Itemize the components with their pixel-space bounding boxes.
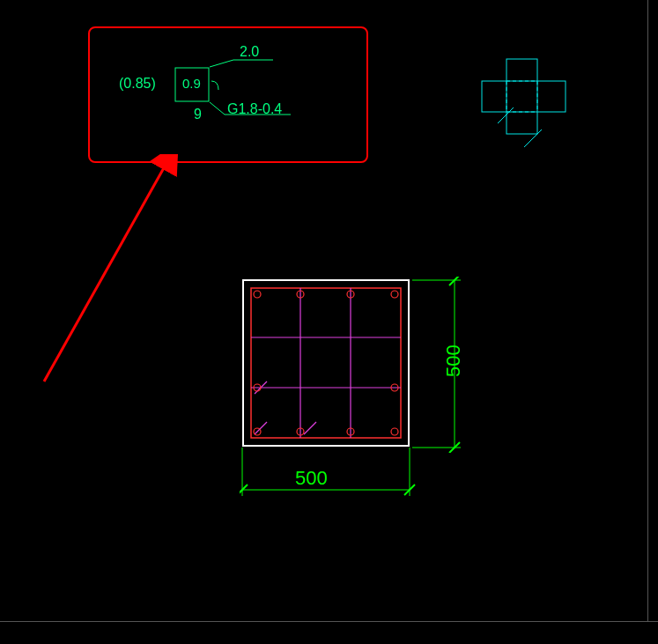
svg-point-24 (254, 291, 261, 298)
svg-rect-15 (243, 280, 409, 446)
svg-line-23 (304, 422, 316, 434)
arrow-annotation (35, 154, 194, 392)
svg-rect-8 (482, 81, 566, 112)
svg-rect-16 (251, 288, 401, 438)
dim-horizontal-text: 500 (295, 467, 328, 490)
dim-vertical-text: 500 (442, 344, 465, 377)
svg-point-33 (391, 428, 398, 435)
viewport-border-bottom (0, 621, 658, 622)
callout-leaders (88, 26, 368, 163)
viewport-border (647, 0, 648, 621)
svg-line-1 (210, 60, 233, 67)
column-section (242, 279, 411, 448)
svg-line-13 (498, 107, 514, 123)
svg-line-14 (524, 130, 542, 147)
svg-rect-7 (506, 59, 537, 134)
corner-symbol (471, 55, 577, 152)
svg-line-3 (210, 102, 225, 115)
cad-canvas[interactable]: (0.85) 0.9 2.0 9 G1.8-0.4 (0, 0, 658, 644)
svg-point-27 (391, 291, 398, 298)
svg-line-6 (44, 165, 166, 381)
dim-horizontal (240, 448, 416, 518)
